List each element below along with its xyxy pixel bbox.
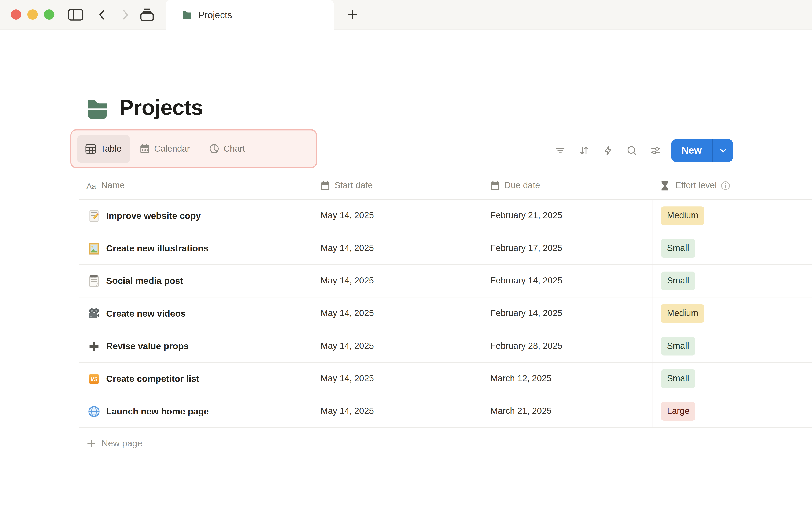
table-row[interactable]: Create new videos May 14, 2025 February … — [79, 297, 812, 330]
cell-effort-level[interactable]: Small — [653, 239, 812, 258]
cell-name[interactable]: Launch new home page — [79, 405, 313, 418]
view-tab-label: Chart — [223, 144, 245, 154]
calendar-icon — [490, 181, 500, 190]
view-tab-label: Table — [100, 144, 121, 154]
cell-start-date[interactable]: May 14, 2025 — [313, 341, 483, 351]
table-row[interactable]: Revise value props May 14, 2025 February… — [79, 330, 812, 362]
cell-name[interactable]: Social media post — [79, 274, 313, 287]
green-folder-icon — [85, 97, 109, 121]
cell-name[interactable]: Create new videos — [79, 307, 313, 320]
hourglass-icon — [661, 181, 669, 191]
new-button[interactable]: New — [671, 139, 712, 162]
page-name: Improve website copy — [106, 210, 201, 221]
column-header-start-date[interactable]: Start date — [313, 181, 483, 191]
effort-badge: Small — [661, 239, 695, 258]
column-header-effort-level[interactable]: Effort level — [653, 181, 812, 191]
column-divider[interactable] — [483, 199, 483, 427]
framed-picture-emoji — [88, 242, 100, 255]
calendar-icon — [320, 181, 330, 190]
zoom-window-button[interactable] — [44, 9, 54, 20]
column-header-due-date[interactable]: Due date — [483, 181, 652, 191]
back-button[interactable] — [97, 9, 106, 21]
column-label: Name — [101, 181, 124, 191]
toggle-sidebar-button[interactable] — [68, 9, 83, 21]
cell-start-date[interactable]: May 14, 2025 — [313, 406, 483, 416]
table-icon — [86, 144, 96, 153]
close-window-button[interactable] — [11, 9, 21, 20]
column-header-name[interactable]: Aa Name — [79, 181, 313, 191]
globe-emoji — [88, 405, 100, 418]
plus-icon — [347, 9, 358, 20]
table-header-row: Aa Name Start date Due date Effort leve — [79, 172, 812, 200]
new-page-label: New page — [101, 438, 142, 449]
cell-due-date[interactable]: March 21, 2025 — [483, 406, 652, 416]
tab-chart-view[interactable]: Chart — [209, 144, 245, 154]
table-row[interactable]: Improve website copy May 14, 2025 Februa… — [79, 200, 812, 232]
tabs-history-button[interactable] — [140, 8, 154, 21]
page-title[interactable]: Projects — [119, 95, 203, 120]
table-row[interactable]: Create new illustrations May 14, 2025 Fe… — [79, 232, 812, 265]
green-folder-icon — [181, 9, 192, 20]
page-icon-folder[interactable] — [85, 97, 109, 121]
column-label: Start date — [335, 181, 373, 191]
table-row[interactable]: Social media post May 14, 2025 February … — [79, 265, 812, 297]
cell-effort-level[interactable]: Medium — [653, 207, 812, 225]
forward-button[interactable] — [121, 9, 130, 21]
projects-table: Aa Name Start date Due date Effort leve — [79, 172, 812, 459]
cell-effort-level[interactable]: Large — [653, 402, 812, 420]
page-name: Create new illustrations — [106, 243, 208, 254]
tab-table-view[interactable]: Table — [77, 135, 130, 163]
column-divider[interactable] — [653, 199, 653, 427]
search-icon[interactable] — [626, 145, 638, 156]
effort-badge: Medium — [661, 304, 705, 323]
titlebar: Projects — [0, 0, 812, 30]
cell-due-date[interactable]: February 17, 2025 — [483, 243, 652, 253]
new-button-group: New — [671, 139, 733, 162]
tab-calendar-view[interactable]: Calendar — [140, 144, 190, 154]
effort-badge: Small — [661, 272, 695, 290]
cell-name[interactable]: Revise value props — [79, 340, 313, 352]
chevron-right-icon — [121, 9, 130, 21]
cell-start-date[interactable]: May 14, 2025 — [313, 308, 483, 319]
page-name: Revise value props — [106, 341, 189, 351]
table-row[interactable]: VS Create competitor list May 14, 2025 M… — [79, 363, 812, 395]
effort-badge: Small — [661, 337, 695, 355]
filter-icon[interactable] — [555, 145, 566, 156]
cell-effort-level[interactable]: Small — [653, 370, 812, 388]
page-name: Create new videos — [106, 308, 186, 319]
info-icon[interactable] — [721, 181, 730, 190]
cell-name[interactable]: Improve website copy — [79, 209, 313, 222]
cell-effort-level[interactable]: Small — [653, 272, 812, 290]
tab-projects[interactable]: Projects — [166, 0, 334, 30]
text-property-icon: Aa — [87, 181, 96, 190]
customize-sliders-icon[interactable] — [650, 145, 661, 156]
chevron-left-icon — [97, 9, 106, 21]
cell-due-date[interactable]: February 14, 2025 — [483, 308, 652, 319]
cell-name[interactable]: VS Create competitor list — [79, 372, 313, 385]
cell-start-date[interactable]: May 14, 2025 — [313, 276, 483, 286]
cell-due-date[interactable]: February 21, 2025 — [483, 211, 652, 221]
cell-start-date[interactable]: May 14, 2025 — [313, 243, 483, 253]
cell-effort-level[interactable]: Small — [653, 337, 812, 355]
cell-due-date[interactable]: February 28, 2025 — [483, 341, 652, 351]
table-row[interactable]: Launch new home page May 14, 2025 March … — [79, 395, 812, 428]
cell-name[interactable]: Create new illustrations — [79, 242, 313, 255]
database-toolbar — [555, 139, 661, 162]
plus-icon — [87, 439, 95, 447]
cell-start-date[interactable]: May 14, 2025 — [313, 374, 483, 384]
page-name: Launch new home page — [106, 406, 209, 416]
cell-effort-level[interactable]: Medium — [653, 304, 812, 323]
sort-icon[interactable] — [578, 145, 590, 156]
calendar-icon — [140, 144, 150, 154]
new-page-button[interactable]: New page — [79, 428, 812, 459]
memo-emoji — [88, 209, 100, 222]
movie-camera-emoji — [88, 307, 100, 320]
cell-start-date[interactable]: May 14, 2025 — [313, 211, 483, 221]
cell-due-date[interactable]: March 12, 2025 — [483, 374, 652, 384]
minimize-window-button[interactable] — [28, 9, 38, 20]
new-tab-button[interactable] — [347, 9, 358, 20]
automations-lightning-icon[interactable] — [602, 145, 614, 156]
column-divider[interactable] — [313, 199, 313, 427]
new-button-dropdown[interactable] — [713, 139, 733, 162]
cell-due-date[interactable]: February 14, 2025 — [483, 276, 652, 286]
